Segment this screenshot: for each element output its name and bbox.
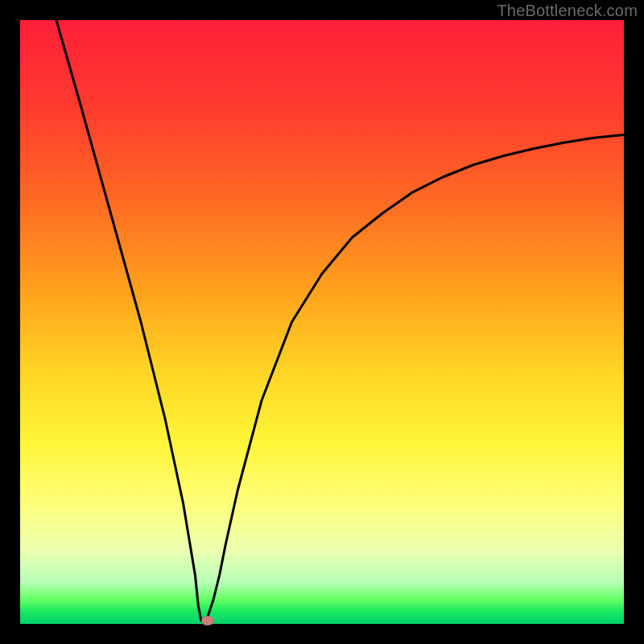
plot-area bbox=[20, 20, 624, 624]
chart-frame: TheBottleneck.com bbox=[0, 0, 644, 644]
line-curve bbox=[20, 20, 624, 624]
minimum-marker bbox=[201, 616, 214, 625]
watermark-text: TheBottleneck.com bbox=[497, 2, 638, 20]
curve-path bbox=[56, 20, 624, 621]
